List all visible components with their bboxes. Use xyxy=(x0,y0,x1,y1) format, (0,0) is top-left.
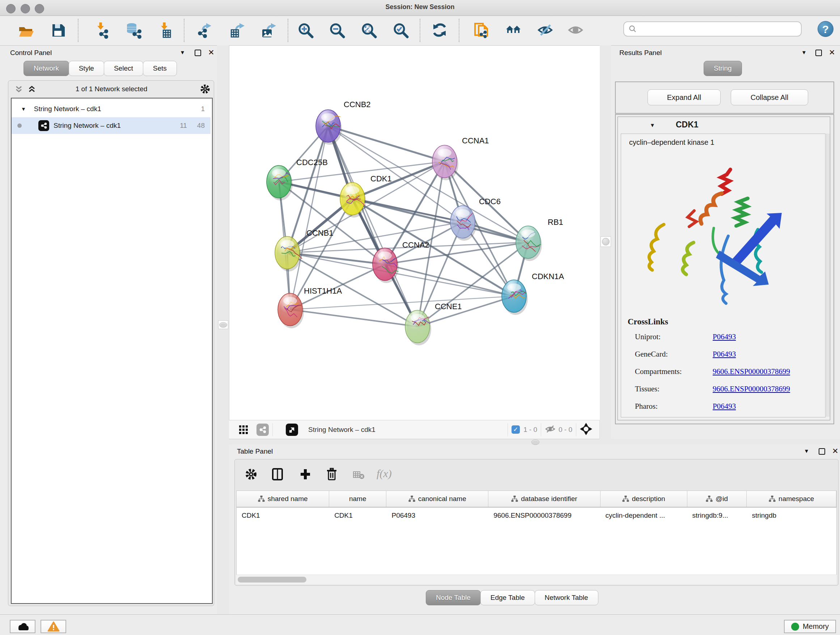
detach-view-icon[interactable] xyxy=(286,424,298,436)
import-network-icon[interactable] xyxy=(91,20,111,41)
export-table-icon[interactable] xyxy=(227,20,247,41)
table-panel-close-icon[interactable]: ✕ xyxy=(832,448,838,454)
network-collection-row[interactable]: ▼ String Network – cdk1 1 xyxy=(11,101,210,117)
cdk1-expander-icon[interactable]: ▼ xyxy=(650,122,655,128)
crosslink-value-link[interactable]: P06493 xyxy=(713,333,736,341)
tab-edge-table[interactable]: Edge Table xyxy=(480,590,535,605)
export-image-icon[interactable] xyxy=(258,20,279,41)
control-panel-close-icon[interactable]: ✕ xyxy=(208,50,215,55)
warning-status-button[interactable] xyxy=(41,620,66,633)
search-input[interactable] xyxy=(640,25,793,33)
node-RB1[interactable]: RB1 xyxy=(516,218,563,261)
column-header-description[interactable]: description xyxy=(600,491,687,507)
collapse-all-button[interactable]: Collapse All xyxy=(731,89,808,105)
scrollbar-thumb[interactable] xyxy=(238,577,306,583)
crosslink-value-link[interactable]: 9606.ENSP00000378699 xyxy=(713,385,790,394)
table-panel-menu-caret-icon[interactable]: ▼ xyxy=(804,448,809,454)
column-header-name[interactable]: name xyxy=(329,491,386,507)
edge-CCNB2-HIST1H1A[interactable] xyxy=(290,126,328,310)
table-cell[interactable]: CDK1 xyxy=(329,508,386,524)
crosslink-value-link[interactable]: P06493 xyxy=(713,350,736,359)
table-cell[interactable]: stringdb:9... xyxy=(687,508,747,524)
node-CDKN1A[interactable]: CDKN1A xyxy=(502,272,564,315)
results-panel-float-icon[interactable] xyxy=(815,50,822,56)
node-CCNA1[interactable]: CCNA1 xyxy=(432,136,489,180)
column-header-database-identifier[interactable]: database identifier xyxy=(488,491,600,507)
show-all-icon[interactable] xyxy=(566,20,586,41)
network-share-view-icon[interactable] xyxy=(256,424,269,436)
network-canvas[interactable]: CCNB2CCNA1CDC25BCDK1CDC6RB1CCNB1CCNA2CDK… xyxy=(229,46,600,420)
expand-all-button[interactable]: Expand All xyxy=(647,89,721,105)
table-cell[interactable]: cyclin-dependent ... xyxy=(600,508,687,524)
network-view-toolbar: String Network – cdk1 ✓ 1 - 0 0 - 0 xyxy=(229,420,600,439)
tab-sets[interactable]: Sets xyxy=(143,61,177,76)
horizontal-splitter[interactable] xyxy=(229,439,840,445)
selected-nodes-checkbox-icon[interactable]: ✓ xyxy=(512,425,520,434)
zoom-fit-icon[interactable] xyxy=(359,20,379,41)
control-panel-float-icon[interactable] xyxy=(195,50,201,56)
memory-button[interactable]: Memory xyxy=(784,620,836,633)
crosslink-value-link[interactable]: P06493 xyxy=(713,402,736,411)
refresh-icon[interactable] xyxy=(429,20,450,41)
table-horizontal-scrollbar[interactable] xyxy=(236,575,837,584)
edge-CCNB2-CCNE1[interactable] xyxy=(328,126,417,326)
collapse-all-chevron-icon[interactable] xyxy=(15,85,23,95)
help-button[interactable]: ? xyxy=(818,21,834,37)
tab-string[interactable]: String xyxy=(704,61,742,76)
control-panel-menu-caret-icon[interactable]: ▼ xyxy=(180,49,185,55)
save-session-icon[interactable] xyxy=(48,20,68,41)
node-label-CDK1: CDK1 xyxy=(370,174,392,183)
hidden-eye-icon[interactable] xyxy=(545,424,556,435)
show-columns-icon[interactable] xyxy=(272,468,284,482)
birds-eye-view-icon[interactable] xyxy=(580,423,592,437)
tab-style[interactable]: Style xyxy=(69,61,104,76)
grid-view-icon[interactable] xyxy=(238,424,248,435)
open-file-icon[interactable] xyxy=(15,20,35,41)
column-header-@id[interactable]: @id xyxy=(687,491,747,507)
tab-network[interactable]: Network xyxy=(24,61,69,76)
table-row[interactable]: CDK1CDK1P064939606.ENSP00000378699cyclin… xyxy=(237,508,836,524)
expand-all-chevron-icon[interactable] xyxy=(28,85,36,95)
table-panel-float-icon[interactable] xyxy=(819,448,825,455)
column-header-canonical-name[interactable]: canonical name xyxy=(386,491,488,507)
tab-network-table[interactable]: Network Table xyxy=(535,590,598,605)
edge-HIST1H1A-CCNE1[interactable] xyxy=(290,310,417,326)
network-row-selected[interactable]: String Network – cdk1 11 48 xyxy=(11,117,210,134)
network-overview-icon[interactable] xyxy=(504,20,524,41)
zoom-in-icon[interactable] xyxy=(295,20,316,41)
zoom-out-icon[interactable] xyxy=(327,20,347,41)
column-header-namespace[interactable]: namespace xyxy=(747,491,836,507)
duplicate-network-icon[interactable] xyxy=(472,20,492,41)
cloud-status-button[interactable] xyxy=(10,620,35,633)
node-CCNE1[interactable]: CCNE1 xyxy=(405,302,462,345)
node-CCNB2[interactable]: CCNB2 xyxy=(316,100,371,145)
toolbar-separator xyxy=(287,19,288,42)
delete-column-trash-icon[interactable] xyxy=(326,467,338,483)
table-cell[interactable]: CDK1 xyxy=(237,508,329,524)
table-settings-gear-icon[interactable] xyxy=(245,468,257,482)
results-panel-menu-caret-icon[interactable]: ▼ xyxy=(801,49,807,55)
table-cell[interactable]: stringdb xyxy=(747,508,836,524)
import-network-database-icon[interactable] xyxy=(124,20,144,41)
import-table-icon[interactable] xyxy=(155,20,175,41)
table-cell[interactable]: P06493 xyxy=(386,508,488,524)
network-options-gear-icon[interactable] xyxy=(200,84,210,96)
results-panel-close-icon[interactable]: ✕ xyxy=(829,50,835,55)
right-splitter[interactable] xyxy=(600,45,611,439)
results-vertical-scrollbar[interactable] xyxy=(826,134,830,417)
collection-expander-icon[interactable]: ▼ xyxy=(21,106,26,112)
crosslink-value-link[interactable]: 9606.ENSP00000378699 xyxy=(713,367,790,376)
hide-selected-icon[interactable] xyxy=(535,20,556,41)
node-label-CDC6: CDC6 xyxy=(479,197,501,206)
tab-select[interactable]: Select xyxy=(104,61,143,76)
toolbar-separator xyxy=(78,19,79,42)
search-box[interactable] xyxy=(623,21,802,36)
tab-node-table[interactable]: Node Table xyxy=(426,590,481,605)
edge-CCNB2-CCNA1[interactable] xyxy=(328,126,445,162)
export-network-icon[interactable] xyxy=(194,20,215,41)
create-column-plus-icon[interactable] xyxy=(299,468,311,482)
table-cell[interactable]: 9606.ENSP00000378699 xyxy=(488,508,600,524)
left-splitter[interactable] xyxy=(217,45,229,614)
zoom-selected-icon[interactable] xyxy=(391,20,411,41)
column-header-shared-name[interactable]: shared name xyxy=(237,491,329,507)
